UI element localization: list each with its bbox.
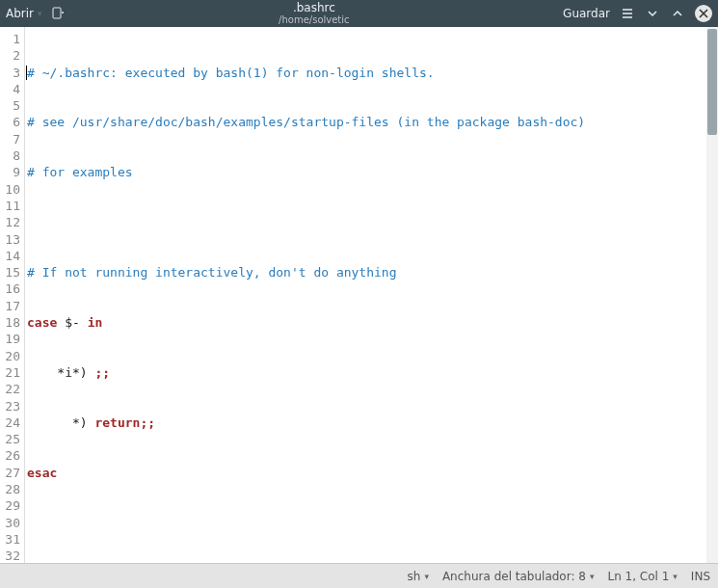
chevron-down-icon: ▾ xyxy=(424,572,429,581)
line-number: 21 xyxy=(0,364,20,381)
close-icon[interactable] xyxy=(695,5,712,22)
maximize-icon[interactable] xyxy=(670,6,685,21)
statusbar: sh ▾ Anchura del tabulador: 8 ▾ Ln 1, Co… xyxy=(0,563,718,588)
cursor-position-selector[interactable]: Ln 1, Col 1 ▾ xyxy=(607,570,677,583)
filepath: /home/solvetic xyxy=(66,14,564,25)
line-number: 32 xyxy=(0,548,20,563)
line-number: 29 xyxy=(0,497,20,514)
line-number: 11 xyxy=(0,198,20,214)
cursor-position: Ln 1, Col 1 xyxy=(607,570,669,583)
line-number: 3 xyxy=(0,65,20,81)
language-label: sh xyxy=(408,570,421,583)
line-number: 1 xyxy=(0,31,20,47)
filename: .bashrc xyxy=(66,2,564,14)
line-number: 7 xyxy=(0,131,20,147)
line-number: 9 xyxy=(0,164,20,180)
text-editor[interactable]: 1234567891011121314151617181920212223242… xyxy=(0,27,718,563)
chevron-down-icon: ▾ xyxy=(38,9,42,18)
svg-rect-0 xyxy=(53,8,61,18)
line-number: 8 xyxy=(0,147,20,164)
line-number-gutter: 1234567891011121314151617181920212223242… xyxy=(0,27,25,563)
line-number: 2 xyxy=(0,47,20,64)
line-number: 15 xyxy=(0,264,20,281)
line-number: 28 xyxy=(0,481,20,497)
insert-mode[interactable]: INS xyxy=(691,570,710,583)
tab-width-selector[interactable]: Anchura del tabulador: 8 ▾ xyxy=(442,570,595,583)
line-number: 20 xyxy=(0,348,20,364)
line-number: 6 xyxy=(0,114,20,130)
line-number: 25 xyxy=(0,431,20,447)
line-number: 30 xyxy=(0,515,20,531)
line-number: 27 xyxy=(0,465,20,481)
line-number: 12 xyxy=(0,214,20,230)
line-number: 19 xyxy=(0,331,20,347)
scrollbar-thumb[interactable] xyxy=(707,29,717,135)
line-number: 5 xyxy=(0,97,20,114)
line-number: 31 xyxy=(0,531,20,548)
line-number: 10 xyxy=(0,181,20,198)
line-number: 4 xyxy=(0,81,20,97)
line-number: 22 xyxy=(0,381,20,397)
language-selector[interactable]: sh ▾ xyxy=(408,570,429,583)
line-number: 13 xyxy=(0,231,20,248)
tab-width-label: Anchura del tabulador: 8 xyxy=(442,570,586,583)
titlebar: Abrir ▾ .bashrc /home/solvetic Guardar xyxy=(0,0,718,27)
line-number: 26 xyxy=(0,447,20,464)
line-number: 16 xyxy=(0,281,20,297)
chevron-down-icon: ▾ xyxy=(590,572,595,581)
minimize-icon[interactable] xyxy=(645,6,660,21)
line-number: 24 xyxy=(0,414,20,431)
line-number: 23 xyxy=(0,398,20,414)
window-title: .bashrc /home/solvetic xyxy=(66,2,564,25)
vertical-scrollbar[interactable] xyxy=(706,27,718,563)
open-label: Abrir xyxy=(6,7,34,20)
line-number: 17 xyxy=(0,298,20,314)
new-document-icon[interactable] xyxy=(50,6,66,21)
save-button[interactable]: Guardar xyxy=(563,7,610,20)
line-number: 14 xyxy=(0,248,20,264)
hamburger-menu-icon[interactable] xyxy=(620,6,635,21)
code-area[interactable]: # ~/.bashrc: executed by bash(1) for non… xyxy=(25,27,706,563)
open-button[interactable]: Abrir ▾ xyxy=(6,7,42,20)
line-number: 18 xyxy=(0,314,20,331)
chevron-down-icon: ▾ xyxy=(673,572,678,581)
